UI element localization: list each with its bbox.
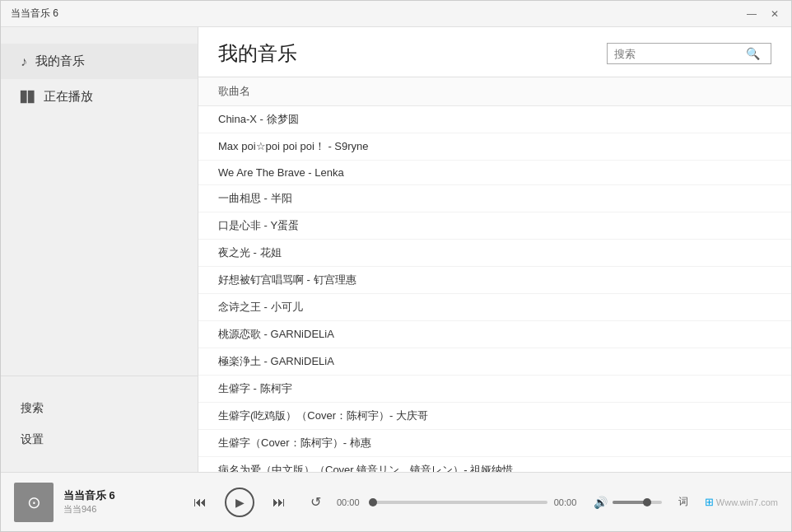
sidebar-item-my-music[interactable]: ♪ 我的音乐 xyxy=(1,44,198,79)
content-header: 我的音乐 🔍 xyxy=(198,27,791,77)
song-list: China-X - 徐梦圆Max poi☆poi poi poi！ - S9ry… xyxy=(198,106,791,472)
player-bar: ⊙ 当当音乐 6 当当946 ⏮ ▶ ⏭ ↺ 00:00 00:00 🔊 词 ⊞… xyxy=(1,472,791,531)
song-list-wrapper[interactable]: 歌曲名 China-X - 徐梦圆Max poi☆poi poi poi！ - … xyxy=(198,77,791,472)
song-item-5[interactable]: 夜之光 - 花姐 xyxy=(198,240,791,267)
search-box[interactable]: 🔍 xyxy=(607,43,771,64)
volume-fill xyxy=(613,501,647,504)
volume-section: 🔊 xyxy=(594,496,662,509)
song-item-4[interactable]: 口是心非 - Y蛋蛋 xyxy=(198,212,791,240)
volume-dot xyxy=(643,498,651,506)
content-area: 我的音乐 🔍 歌曲名 China-X - 徐梦圆Max poi☆poi poi … xyxy=(198,27,791,472)
sidebar-item-search[interactable]: 搜索 xyxy=(1,393,198,424)
window-controls: — ✕ xyxy=(742,6,785,22)
sidebar-item-settings[interactable]: 设置 xyxy=(1,424,198,455)
main-layout: ♪ 我的音乐 ▊▊ 正在播放 搜索 设置 我的音乐 🔍 xyxy=(1,27,791,472)
player-info: 当当音乐 6 当当946 xyxy=(63,488,162,516)
song-item-11[interactable]: 生僻字(吃鸡版）（Cover：陈柯宇）- 大庆哥 xyxy=(198,403,791,430)
sidebar-bottom: 搜索 设置 xyxy=(1,376,198,472)
progress-dot xyxy=(369,498,377,506)
next-button[interactable]: ⏭ xyxy=(268,491,291,514)
player-controls: ⏮ ▶ ⏭ ↺ xyxy=(189,488,327,517)
windows-logo-icon: ⊞ xyxy=(705,496,714,508)
progress-bar[interactable] xyxy=(373,501,547,504)
song-item-0[interactable]: China-X - 徐梦圆 xyxy=(198,106,791,133)
song-item-6[interactable]: 好想被钉宫唱骂啊 - 钉宫理惠 xyxy=(198,267,791,294)
page-title: 我的音乐 xyxy=(218,40,297,67)
progress-section: 00:00 00:00 xyxy=(337,497,584,507)
prev-button[interactable]: ⏮ xyxy=(189,491,212,514)
sidebar: ♪ 我的音乐 ▊▊ 正在播放 搜索 设置 xyxy=(1,27,198,472)
song-item-10[interactable]: 生僻字 - 陈柯宇 xyxy=(198,376,791,403)
sidebar-nav: ♪ 我的音乐 ▊▊ 正在播放 xyxy=(1,27,198,376)
sidebar-search-label: 搜索 xyxy=(21,401,44,416)
song-item-13[interactable]: 病名为爱（中文版）（Cover 镜音リン，镜音レン）- 祖娅纳惜 xyxy=(198,457,791,472)
song-item-9[interactable]: 極楽浄土 - GARNiDELiA xyxy=(198,348,791,376)
song-item-12[interactable]: 生僻字（Cover：陈柯宇）- 柿惠 xyxy=(198,430,791,457)
volume-button[interactable]: 🔊 xyxy=(594,496,608,509)
lyrics-button[interactable]: 词 xyxy=(678,495,688,509)
play-button[interactable]: ▶ xyxy=(225,488,254,517)
album-art-icon: ⊙ xyxy=(27,492,41,512)
player-subtitle: 当当946 xyxy=(63,503,162,516)
watermark: ⊞ Www.win7.com xyxy=(705,496,778,508)
music-note-icon: ♪ xyxy=(21,54,27,69)
current-time: 00:00 xyxy=(337,497,366,507)
album-art: ⊙ xyxy=(14,483,54,522)
search-input[interactable] xyxy=(614,48,746,60)
sidebar-item-now-playing[interactable]: ▊▊ 正在播放 xyxy=(1,79,198,114)
song-item-3[interactable]: 一曲相思 - 半阳 xyxy=(198,185,791,212)
minimize-button[interactable]: — xyxy=(742,6,762,22)
sidebar-item-my-music-label: 我的音乐 xyxy=(35,54,85,69)
total-time: 00:00 xyxy=(554,497,584,507)
repeat-button[interactable]: ↺ xyxy=(304,491,327,514)
song-list-header: 歌曲名 xyxy=(198,77,791,106)
sidebar-item-now-playing-label: 正在播放 xyxy=(44,89,93,105)
search-icon: 🔍 xyxy=(746,47,760,60)
song-item-2[interactable]: We Are The Brave - Lenka xyxy=(198,161,791,185)
title-bar: 当当音乐 6 — ✕ xyxy=(1,1,791,27)
sidebar-settings-label: 设置 xyxy=(21,432,44,447)
bars-icon: ▊▊ xyxy=(21,91,35,103)
player-app-name: 当当音乐 6 xyxy=(63,488,162,503)
song-item-8[interactable]: 桃源恋歌 - GARNiDELiA xyxy=(198,321,791,348)
close-button[interactable]: ✕ xyxy=(765,6,785,22)
volume-bar[interactable] xyxy=(613,501,662,504)
song-item-7[interactable]: 念诗之王 - 小可儿 xyxy=(198,294,791,321)
app-title: 当当音乐 6 xyxy=(11,7,58,21)
song-item-1[interactable]: Max poi☆poi poi poi！ - S9ryne xyxy=(198,133,791,161)
watermark-text: Www.win7.com xyxy=(716,497,778,507)
